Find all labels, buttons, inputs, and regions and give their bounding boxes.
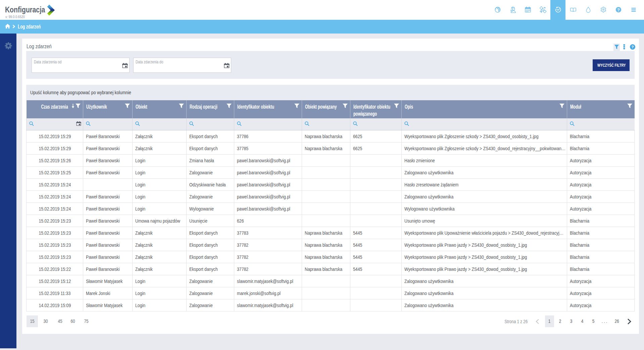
svg-text:?: ?	[617, 7, 620, 12]
svg-text:?: ?	[631, 45, 634, 49]
